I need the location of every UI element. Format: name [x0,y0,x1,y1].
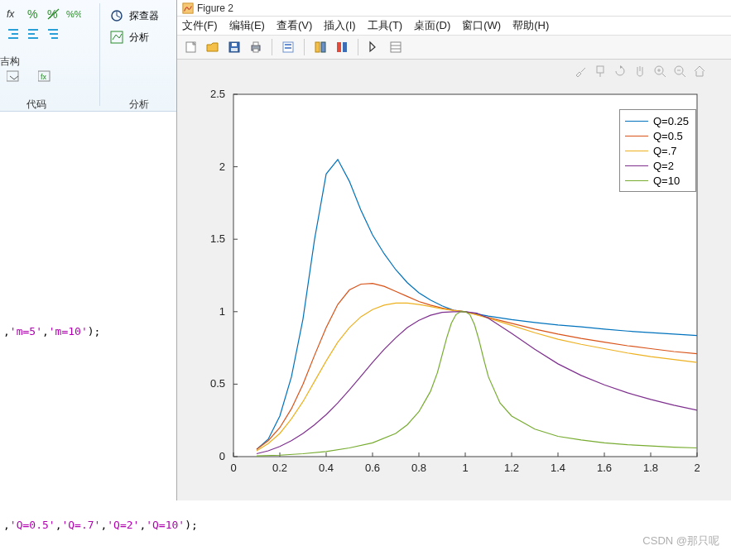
figure-menubar: 文件(F)编辑(E)查看(V)插入(I)工具(T)桌面(D)窗口(W)帮助(H) [177,17,731,35]
menu-item-7[interactable]: 帮助(H) [512,18,549,33]
indent-auto-icon[interactable] [46,26,61,41]
svg-text:0.4: 0.4 [319,462,334,474]
toolbar-separator [304,39,305,55]
figure-toolbar [177,35,731,60]
legend[interactable]: Q=0.25Q=0.5Q=.7Q=2Q=10 [619,109,696,192]
svg-rect-20 [111,31,123,43]
svg-rect-30 [285,44,291,45]
svg-text:0.6: 0.6 [365,462,380,474]
ribbon-group1-label: 代码 [26,98,46,112]
menu-item-3[interactable]: 插入(I) [324,18,355,33]
print-button[interactable] [247,38,265,56]
svg-rect-7 [8,37,18,39]
ribbon-group2-label: 分析 [129,98,149,112]
legend-label: Q=10 [653,175,680,187]
save-button[interactable] [225,38,243,56]
svg-text:1: 1 [219,305,225,318]
dropdown-2-icon[interactable]: fx [38,69,53,84]
svg-text:0.2: 0.2 [272,462,287,474]
legend-item[interactable]: Q=.7 [625,143,689,158]
link-plot-button[interactable] [311,38,329,56]
svg-rect-27 [253,42,258,45]
legend-label: Q=0.5 [653,130,683,142]
svg-rect-9 [28,33,35,35]
edit-plot-button[interactable] [365,38,383,56]
svg-text:0.8: 0.8 [411,462,426,474]
open-button[interactable] [204,38,222,56]
svg-rect-25 [231,48,238,51]
menu-item-5[interactable]: 桌面(D) [414,18,450,33]
svg-text:1.8: 1.8 [643,462,658,474]
svg-rect-12 [50,33,58,35]
menu-item-2[interactable]: 查看(V) [277,18,312,33]
legend-item[interactable]: Q=10 [625,173,689,188]
svg-text:2.5: 2.5 [210,88,225,100]
svg-rect-10 [28,37,38,39]
legend-label: Q=0.25 [653,115,689,127]
svg-rect-8 [28,29,38,31]
legend-swatch [625,151,648,151]
percent-green-icon[interactable]: % [26,7,41,22]
dropdown-1-icon[interactable] [7,69,22,84]
toolbar-separator [358,39,358,55]
insert-colorbar-button[interactable] [333,38,351,56]
print-preview-button[interactable] [279,38,297,56]
svg-rect-32 [315,42,320,52]
svg-rect-31 [285,47,291,49]
watermark: CSDN @那只呢 [642,534,719,548]
menu-item-1[interactable]: 编辑(E) [229,18,265,33]
svg-rect-11 [48,29,58,31]
legend-item[interactable]: Q=2 [625,158,689,173]
svg-rect-35 [343,42,347,52]
svg-rect-13 [51,37,58,39]
figure-canvas: 00.20.40.60.811.21.41.61.8200.511.522.5 … [177,60,731,500]
svg-text:%: % [27,7,37,21]
svg-rect-28 [253,49,258,52]
svg-rect-14 [7,71,18,81]
percent-strike-icon[interactable]: % [46,7,61,22]
legend-label: Q=2 [653,160,674,172]
svg-text:1.2: 1.2 [504,462,519,474]
menu-item-6[interactable]: 窗口(W) [462,18,501,33]
struct-label: 吉构 [0,55,20,69]
svg-text:0: 0 [230,462,236,474]
analyze-button[interactable]: 分析 [109,30,149,45]
fx-icon[interactable]: fx [7,7,22,22]
matlab-editor-panel: fx % % %% 吉构 fx 代码 探查器 [0,0,176,560]
svg-text:0.5: 0.5 [210,377,225,390]
matlab-ribbon: fx % % %% 吉构 fx 代码 探查器 [0,0,176,112]
svg-rect-33 [321,42,325,52]
figure-window: Figure 2 文件(F)编辑(E)查看(V)插入(I)工具(T)桌面(D)窗… [176,0,731,500]
percent-section-icon[interactable]: %% [66,7,81,22]
svg-text:1: 1 [462,462,468,474]
indent-left-icon[interactable] [7,26,22,41]
property-inspector-button[interactable] [387,38,405,56]
figure-app-icon [182,2,194,14]
code-line-1: ,'m=5','m=10'); [3,325,100,337]
figure-titlebar[interactable]: Figure 2 [177,0,731,17]
analyze-label: 分析 [129,31,149,45]
svg-text:1.6: 1.6 [597,462,612,474]
svg-line-19 [117,16,120,17]
toolbar-separator [272,39,272,55]
legend-item[interactable]: Q=0.25 [625,113,689,128]
svg-rect-34 [337,42,341,52]
svg-rect-6 [12,33,18,35]
svg-rect-24 [232,43,237,46]
explorer-label: 探查器 [129,9,159,23]
svg-text:2: 2 [694,462,700,474]
svg-text:0: 0 [219,450,225,462]
svg-text:fx: fx [41,73,47,81]
legend-swatch [625,165,648,166]
legend-swatch [625,121,648,122]
explorer-button[interactable]: 探查器 [109,8,159,23]
svg-rect-36 [391,42,401,52]
svg-text:1.4: 1.4 [551,462,565,474]
legend-item[interactable]: Q=0.5 [625,128,689,143]
menu-item-4[interactable]: 工具(T) [368,18,403,33]
indent-right-icon[interactable] [26,26,41,41]
svg-text:1.5: 1.5 [210,232,225,245]
menu-item-0[interactable]: 文件(F) [182,18,218,33]
code-line-2: ,'Q=0.5','Q=.7','Q=2','Q=10'); [3,519,198,531]
new-figure-button[interactable] [182,38,200,56]
